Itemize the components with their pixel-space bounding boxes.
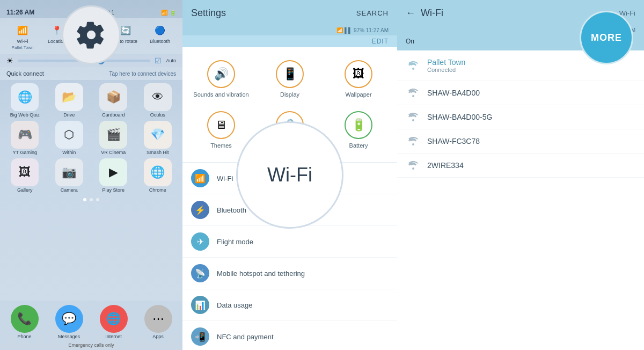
settings-edit-bar: EDIT xyxy=(182,35,397,47)
qs-wifi-sublabel: Pallet Town xyxy=(12,45,34,50)
wifi-info-shaw2: SHAW-BA4D00-5G xyxy=(427,113,635,121)
dock-icon-internet: 🌐 xyxy=(100,305,128,333)
dock-label-phone: Phone xyxy=(17,334,31,339)
flight-list-icon: ✈ xyxy=(191,232,209,251)
app-icon-oculus: 👁 xyxy=(144,83,172,111)
grid-item-wallpaper[interactable]: 🖼 Wallpaper xyxy=(324,54,393,105)
auto-label: Auto xyxy=(166,58,176,63)
app-camera[interactable]: 📷 Camera xyxy=(49,158,90,193)
dock-internet[interactable]: 🌐 Internet xyxy=(91,305,136,339)
app-grid: 🌐 Big Web Quiz 📂 Drive 📦 Cardboard 👁 Ocu… xyxy=(0,80,182,196)
signal-status: 📶 ▌▌ 97% 11:27 AM xyxy=(336,27,389,33)
dot-1 xyxy=(83,198,86,201)
gear-overlay[interactable] xyxy=(62,5,121,64)
app-icon-drive: 📂 xyxy=(55,83,83,111)
app-label-big-web-quiz: Big Web Quiz xyxy=(10,112,40,118)
grid-item-display[interactable]: 📱 Display xyxy=(255,54,324,105)
qs-bluetooth[interactable]: 🔵 Bluetooth xyxy=(147,23,173,50)
app-icon-within: ⬡ xyxy=(55,121,83,149)
app-smash-hit[interactable]: 💎 Smash Hit xyxy=(137,121,179,155)
app-gallery[interactable]: 🖼 Gallery xyxy=(4,158,46,193)
wifi-signal-2wire xyxy=(406,161,421,170)
app-oculus[interactable]: 👁 Oculus xyxy=(137,83,179,118)
app-yt-gaming[interactable]: 🎮 YT Gaming xyxy=(4,121,46,155)
dock-messages[interactable]: 💬 Messages xyxy=(47,305,91,339)
grid-item-sounds[interactable]: 🔊 Sounds and vibration xyxy=(187,54,255,105)
app-chrome[interactable]: 🌐 Chrome xyxy=(137,158,179,193)
list-item-hotspot[interactable]: 📡 Mobile hotspot and tethering xyxy=(182,258,397,289)
dock-label-messages: Messages xyxy=(58,334,80,339)
dock-icon-apps: ⋯ xyxy=(144,305,172,333)
wifi-name-shaw2: SHAW-BA4D00-5G xyxy=(427,113,635,121)
wifi-signal-pallet xyxy=(406,61,421,70)
app-icon-yt-gaming: 🎮 xyxy=(11,121,39,149)
dock-phone[interactable]: 📞 Phone xyxy=(2,305,47,339)
quick-connect-label: Quick connect xyxy=(6,70,44,77)
app-within[interactable]: ⬡ Within xyxy=(49,121,90,155)
battery-icon: 🔋 xyxy=(345,111,372,139)
wallpaper-icon: 🖼 xyxy=(345,60,372,88)
display-label: Display xyxy=(280,91,299,98)
app-label-gallery: Gallery xyxy=(17,187,33,193)
back-button[interactable]: ← xyxy=(406,8,415,19)
list-item-nfc[interactable]: 📲 NFC and payment xyxy=(182,321,397,350)
app-vr-cinema[interactable]: 🎬 VR Cinema xyxy=(93,121,134,155)
list-item-flight[interactable]: ✈ Flight mode xyxy=(182,226,397,258)
qs-wifi[interactable]: 📶 Wi-Fi Pallet Town xyxy=(9,23,36,50)
app-icon-cardboard: 📦 xyxy=(99,83,127,111)
settings-panel: Settings SEARCH 📶 ▌▌ 97% 11:27 AM EDIT 🔊… xyxy=(182,0,397,350)
app-icon-camera: 📷 xyxy=(55,158,83,186)
app-label-yt-gaming: YT Gaming xyxy=(13,150,37,155)
battery-label: Battery xyxy=(349,142,368,149)
list-item-data[interactable]: 📊 Data usage xyxy=(182,289,397,321)
emergency-text: Emergency calls only xyxy=(0,342,182,348)
app-label-cardboard: Cardboard xyxy=(102,112,125,118)
wallpaper-label: Wallpaper xyxy=(345,91,371,98)
dock-apps[interactable]: ⋯ Apps xyxy=(136,305,180,339)
app-label-oculus: Oculus xyxy=(150,112,165,118)
app-play-store[interactable]: ▶ Play Store xyxy=(93,158,134,193)
wifi-network-shaw3[interactable]: SHAW-FC3C78 xyxy=(397,129,644,154)
wifi-info-shaw3: SHAW-FC3C78 xyxy=(427,137,635,145)
wifi-header-title: Wi-Fi xyxy=(421,8,614,19)
signal-icon: 📶 xyxy=(161,10,167,16)
dot-2 xyxy=(90,198,93,201)
themes-label: Themes xyxy=(210,142,232,149)
app-drive[interactable]: 📂 Drive xyxy=(49,83,90,118)
wifi-network-list: Pallet Town Connected SHAW-BA4D00 SHAW-B… xyxy=(397,50,644,350)
bluetooth-list-label: Bluetooth xyxy=(217,206,246,214)
settings-title: Settings xyxy=(191,8,226,19)
brightness-sun-icon: ☀ xyxy=(6,56,13,65)
wifi-list-label: Wi-Fi xyxy=(217,174,233,183)
app-cardboard[interactable]: 📦 Cardboard xyxy=(93,83,134,118)
wifi-name-shaw1: SHAW-BA4D00 xyxy=(427,89,635,97)
page-dots xyxy=(0,196,182,203)
wifi-signal-shaw3 xyxy=(406,137,421,145)
wifi-name-2wire: 2WIRE334 xyxy=(427,161,635,170)
more-button[interactable]: MORE xyxy=(580,11,633,64)
app-icon-smash-hit: 💎 xyxy=(144,121,172,149)
wifi-status-pallet: Connected xyxy=(427,67,635,73)
dock-icon-phone: 📞 xyxy=(11,305,39,333)
settings-search-button[interactable]: SEARCH xyxy=(356,9,389,17)
auto-checkbox[interactable]: ☑ xyxy=(155,56,162,65)
hotspot-list-label: Mobile hotspot and tethering xyxy=(217,269,305,278)
wifi-network-2wire[interactable]: 2WIRE334 xyxy=(397,154,644,178)
app-label-chrome: Chrome xyxy=(149,187,166,193)
settings-header: Settings SEARCH xyxy=(182,0,397,26)
edit-button[interactable]: EDIT xyxy=(372,38,389,45)
wifi-network-shaw2[interactable]: SHAW-BA4D00-5G xyxy=(397,105,644,129)
dock-label-internet: Internet xyxy=(105,334,122,339)
wifi-network-shaw1[interactable]: SHAW-BA4D00 xyxy=(397,81,644,105)
bluetooth-icon: 🔵 xyxy=(152,23,167,38)
wifi-list-icon: 📶 xyxy=(191,169,209,187)
nfc-list-label: NFC and payment xyxy=(217,333,274,341)
wifi-overlay-text: Wi-Fi xyxy=(267,164,312,186)
app-label-vr-cinema: VR Cinema xyxy=(101,150,126,155)
gear-icon xyxy=(76,20,106,50)
quick-connect[interactable]: Quick connect Tap here to connect device… xyxy=(0,67,182,80)
app-big-web-quiz[interactable]: 🌐 Big Web Quiz xyxy=(4,83,46,118)
phone-panel: 11:26 AM Thu, August 1 📶 🔋 📶 Wi-Fi Palle… xyxy=(0,0,182,350)
wifi-overlay-circle: Wi-Fi xyxy=(236,121,343,229)
app-icon-vr-cinema: 🎬 xyxy=(99,121,127,149)
